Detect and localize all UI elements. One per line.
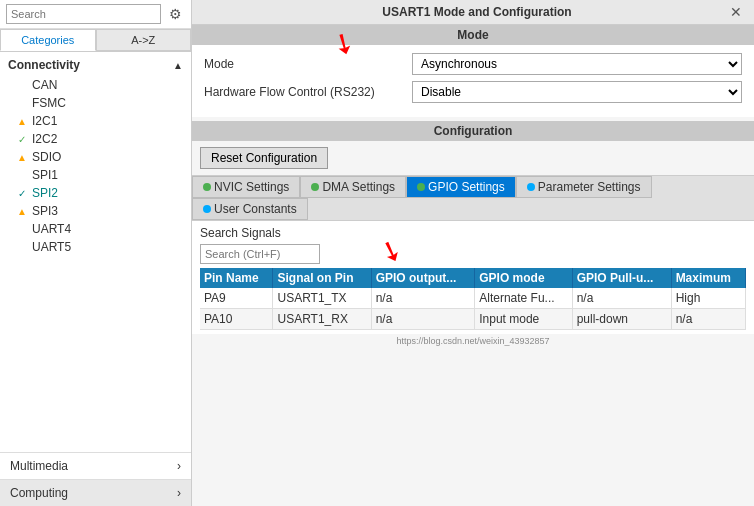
group-connectivity-header[interactable]: Connectivity ▲ — [0, 54, 191, 76]
cell-pa9-pin: PA9 — [200, 288, 273, 309]
cell-pa9-pull: n/a — [572, 288, 671, 309]
tab-atoz[interactable]: A->Z — [96, 29, 192, 51]
dot-user — [203, 205, 211, 213]
search-input[interactable] — [6, 4, 161, 24]
reset-config-button[interactable]: Reset Configuration — [200, 147, 328, 169]
main-content: USART1 Mode and Configuration ✕ Mode Mod… — [192, 0, 754, 506]
multimedia-chevron: › — [177, 459, 181, 473]
watermark: https://blog.csdn.net/weixin_43932857 — [192, 334, 754, 348]
dot-dma — [311, 183, 319, 191]
tab-nvic-settings[interactable]: NVIC Settings — [192, 176, 300, 198]
mode-label: Mode — [204, 57, 404, 71]
col-signal-on-pin: Signal on Pin — [273, 268, 371, 288]
spi3-label: SPI3 — [32, 204, 58, 218]
sidebar-item-fsmc[interactable]: FSMC — [8, 94, 191, 112]
mode-select[interactable]: Asynchronous Synchronous Single Wire (Ha… — [412, 53, 742, 75]
dot-gpio — [417, 183, 425, 191]
warn-icon-spi3: ▲ — [16, 206, 28, 217]
computing-label: Computing — [10, 486, 68, 500]
check-icon-i2c2: ✓ — [16, 134, 28, 145]
uart4-label: UART4 — [32, 222, 71, 236]
sidebar-item-i2c1[interactable]: ▲ I2C1 — [8, 112, 191, 130]
user-label: User Constants — [214, 202, 297, 216]
config-section: Configuration Reset Configuration NVIC S… — [192, 121, 754, 221]
col-gpio-pull: GPIO Pull-u... — [572, 268, 671, 288]
cell-pa10-pin: PA10 — [200, 309, 273, 330]
dot-nvic — [203, 183, 211, 191]
sidebar-tabs: Categories A->Z — [0, 29, 191, 52]
sidebar: ⚙ Categories A->Z Connectivity ▲ CAN FSM… — [0, 0, 192, 506]
tab-gpio-settings[interactable]: GPIO Settings — [406, 176, 516, 198]
sidebar-search-bar: ⚙ — [0, 0, 191, 29]
col-pin-name: Pin Name — [200, 268, 273, 288]
cell-pa10-mode: Input mode — [475, 309, 572, 330]
config-section-header: Configuration — [192, 121, 754, 141]
table-header-row: Pin Name Signal on Pin GPIO output... GP… — [200, 268, 746, 288]
sidebar-content: Connectivity ▲ CAN FSMC ▲ I2C1 ✓ — [0, 52, 191, 252]
cell-pa9-signal: USART1_TX — [273, 288, 371, 309]
mode-section-header: Mode — [192, 25, 754, 45]
spi2-label: SPI2 — [32, 186, 58, 200]
signals-label: Search Signals — [200, 226, 320, 240]
warn-icon-i2c1: ▲ — [16, 116, 28, 127]
can-label: CAN — [32, 78, 57, 92]
dot-param — [527, 183, 535, 191]
sidebar-item-spi3[interactable]: ▲ SPI3 — [8, 202, 191, 220]
i2c2-label: I2C2 — [32, 132, 57, 146]
tab-dma-settings[interactable]: DMA Settings — [300, 176, 406, 198]
fsmc-label: FSMC — [32, 96, 66, 110]
signals-table: Pin Name Signal on Pin GPIO output... GP… — [200, 268, 746, 330]
mode-row: Mode Asynchronous Synchronous Single Wir… — [204, 53, 742, 75]
tab-user-constants[interactable]: User Constants — [192, 198, 308, 220]
sidebar-item-spi1[interactable]: SPI1 — [8, 166, 191, 184]
dma-label: DMA Settings — [322, 180, 395, 194]
gear-button[interactable]: ⚙ — [165, 4, 185, 24]
signals-search-input[interactable] — [200, 244, 320, 264]
computing-chevron: › — [177, 486, 181, 500]
cell-pa9-mode: Alternate Fu... — [475, 288, 572, 309]
group-multimedia[interactable]: Multimedia › — [0, 452, 191, 479]
main-title: USART1 Mode and Configuration — [224, 5, 730, 19]
col-maximum: Maximum — [671, 268, 745, 288]
annotation-arrow-signals: ➘ — [375, 232, 408, 271]
sidebar-item-uart4[interactable]: UART4 — [8, 220, 191, 238]
config-tabs: NVIC Settings DMA Settings GPIO Settings… — [192, 175, 754, 221]
tab-parameter-settings[interactable]: Parameter Settings — [516, 176, 652, 198]
sidebar-item-spi2[interactable]: ✓ SPI2 — [8, 184, 191, 202]
main-header: USART1 Mode and Configuration ✕ — [192, 0, 754, 25]
hw-flow-select[interactable]: Disable CTS Only RTS Only CTS/RTS — [412, 81, 742, 103]
sidebar-item-sdio[interactable]: ▲ SDIO — [8, 148, 191, 166]
sdio-label: SDIO — [32, 150, 61, 164]
check-icon-spi2: ✓ — [16, 188, 28, 199]
cell-pa10-output: n/a — [371, 309, 475, 330]
cell-pa10-signal: USART1_RX — [273, 309, 371, 330]
hw-flow-label: Hardware Flow Control (RS232) — [204, 85, 404, 99]
nvic-label: NVIC Settings — [214, 180, 289, 194]
group-connectivity: Connectivity ▲ CAN FSMC ▲ I2C1 ✓ — [0, 52, 191, 252]
hw-flow-row: Hardware Flow Control (RS232) Disable CT… — [204, 81, 742, 103]
col-gpio-output: GPIO output... — [371, 268, 475, 288]
mode-section: Mode Asynchronous Synchronous Single Wir… — [192, 45, 754, 117]
i2c1-label: I2C1 — [32, 114, 57, 128]
sidebar-item-uart5[interactable]: UART5 — [8, 238, 191, 252]
chevron-up-icon: ▲ — [173, 60, 183, 71]
sidebar-item-i2c2[interactable]: ✓ I2C2 — [8, 130, 191, 148]
warn-icon-sdio: ▲ — [16, 152, 28, 163]
col-gpio-mode: GPIO mode — [475, 268, 572, 288]
signals-section: Search Signals ➘ Pin Name Signal on Pin … — [192, 221, 754, 334]
close-button[interactable]: ✕ — [730, 4, 742, 20]
cell-pa9-output: n/a — [371, 288, 475, 309]
connectivity-items: CAN FSMC ▲ I2C1 ✓ I2C2 ▲ SDIO — [0, 76, 191, 252]
spi1-label: SPI1 — [32, 168, 58, 182]
table-row[interactable]: PA9 USART1_TX n/a Alternate Fu... n/a Hi… — [200, 288, 746, 309]
multimedia-label: Multimedia — [10, 459, 68, 473]
sidebar-item-can[interactable]: CAN — [8, 76, 191, 94]
cell-pa9-max: High — [671, 288, 745, 309]
gpio-label: GPIO Settings — [428, 180, 505, 194]
table-row[interactable]: PA10 USART1_RX n/a Input mode pull-down … — [200, 309, 746, 330]
tab-categories[interactable]: Categories — [0, 29, 96, 51]
group-computing[interactable]: Computing › — [0, 479, 191, 506]
cell-pa10-pull: pull-down — [572, 309, 671, 330]
group-connectivity-label: Connectivity — [8, 58, 80, 72]
cell-pa10-max: n/a — [671, 309, 745, 330]
